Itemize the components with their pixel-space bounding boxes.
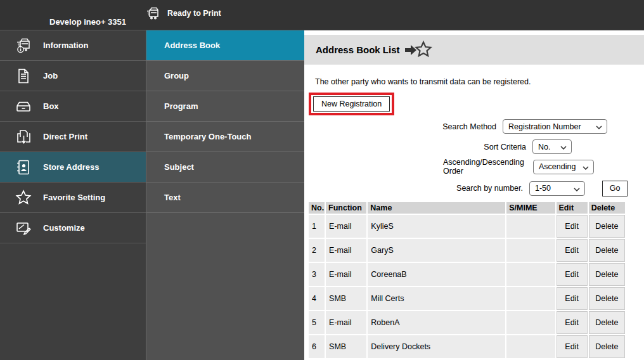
delete-button[interactable]: Delete — [589, 335, 625, 358]
cell-smime — [506, 263, 555, 286]
submenu-item-text[interactable]: Text — [146, 183, 304, 213]
sidebar-item-label: Box — [43, 101, 59, 111]
chevron-down-icon — [583, 166, 589, 170]
col-name: Name — [368, 202, 505, 214]
submenu-item-label: Program — [164, 101, 198, 111]
primary-sidebar: Information Job Box — [0, 30, 146, 360]
order-row: Ascending/Descending Order Ascending — [304, 158, 644, 176]
box-tray-icon — [14, 98, 33, 115]
cell-function: E-mail — [326, 263, 366, 286]
delete-button[interactable]: Delete — [589, 263, 625, 286]
edit-button[interactable]: Edit — [557, 311, 588, 334]
cell-name: KylieS — [368, 215, 505, 238]
col-edit: Edit — [557, 202, 588, 214]
submenu-item-subject[interactable]: Subject — [146, 152, 304, 183]
edit-button[interactable]: Edit — [557, 215, 588, 238]
sort-criteria-row: Sort Criteria No. — [304, 139, 644, 154]
search-by-number-row: Search by number. 1-50 Go — [304, 181, 644, 196]
submenu-item-address-book[interactable]: Address Book — [146, 30, 304, 61]
address-book-table: No. Function Name S/MIME Edit Delete 1 E… — [307, 201, 626, 359]
search-by-number-select[interactable]: 1-50 — [529, 181, 585, 196]
cell-name: CoreenaB — [368, 263, 505, 286]
store-address-submenu: Address Book Group Program Temporary One… — [146, 30, 304, 360]
cell-no: 4 — [309, 287, 325, 310]
sidebar-item-label: Job — [43, 71, 58, 80]
delete-button[interactable]: Delete — [589, 215, 625, 238]
sort-criteria-select[interactable]: No. — [532, 139, 572, 154]
delete-button[interactable]: Delete — [589, 311, 625, 334]
sidebar-item-box[interactable]: Box — [0, 91, 146, 122]
edit-button[interactable]: Edit — [557, 239, 588, 262]
cell-no: 3 — [309, 263, 325, 286]
order-select[interactable]: Ascending — [533, 160, 594, 174]
sidebar-item-customize[interactable]: Customize — [0, 213, 146, 243]
sidebar-item-store-address[interactable]: Store Address — [0, 152, 146, 183]
cell-name: Mill Certs — [368, 287, 505, 310]
page-description: The other party who wants to transmit da… — [315, 77, 644, 86]
cell-smime — [506, 239, 555, 262]
sidebar-item-information[interactable]: Information — [0, 30, 146, 61]
sort-criteria-label: Sort Criteria — [484, 143, 526, 151]
cell-no: 5 — [309, 311, 325, 334]
cell-smime — [506, 311, 555, 334]
edit-button[interactable]: Edit — [557, 287, 588, 310]
search-method-select[interactable]: Registration Number — [503, 119, 607, 134]
search-by-number-label: Search by number. — [456, 184, 523, 193]
cell-smime — [506, 335, 555, 358]
chevron-down-icon — [596, 125, 602, 129]
page-title-band: Address Book List — [304, 35, 644, 65]
col-function: Function — [326, 202, 366, 214]
sidebar-item-label: Favorite Setting — [43, 193, 105, 202]
col-smime: S/MIME — [506, 202, 555, 214]
printer-status: Ready to Print — [145, 5, 221, 22]
main-content: Address Book List The other party who wa… — [304, 30, 644, 360]
printer-web-ui: Develop ineo+ 3351 Ready to Print — [0, 0, 644, 360]
customize-icon — [14, 219, 33, 237]
table-row: 6 SMB Delivery Dockets Edit Delete — [309, 335, 625, 358]
cell-function: SMB — [326, 335, 366, 358]
cell-no: 1 — [309, 215, 325, 238]
sidebar-item-label: Store Address — [43, 162, 99, 172]
search-method-row: Search Method Registration Number — [304, 119, 644, 134]
submenu-item-label: Subject — [164, 162, 194, 172]
sidebar-item-favorite-setting[interactable]: Favorite Setting — [0, 183, 146, 213]
chevron-down-icon — [560, 146, 567, 150]
col-delete: Delete — [589, 202, 625, 214]
sidebar-item-label: Customize — [43, 223, 85, 233]
submenu-item-temporary-one-touch[interactable]: Temporary One-Touch — [146, 122, 304, 152]
edit-button[interactable]: Edit — [557, 263, 588, 286]
sidebar-item-job[interactable]: Job — [0, 61, 146, 91]
new-registration-button[interactable]: New Registration — [313, 96, 390, 112]
cell-name: GaryS — [368, 239, 505, 262]
page-title: Address Book List — [316, 44, 400, 55]
delete-button[interactable]: Delete — [589, 287, 625, 310]
cell-function: E-mail — [326, 311, 366, 334]
printer-icon — [145, 5, 161, 22]
sidebar-item-label: Information — [43, 41, 89, 50]
submenu-item-program[interactable]: Program — [146, 91, 304, 122]
sidebar-item-direct-print[interactable]: Direct Print — [0, 122, 146, 152]
go-button[interactable]: Go — [602, 181, 628, 196]
submenu-item-label: Address Book — [164, 41, 220, 50]
delete-button[interactable]: Delete — [589, 239, 625, 262]
direct-print-icon — [14, 128, 33, 146]
cell-smime — [506, 287, 555, 310]
table-row: 4 SMB Mill Certs Edit Delete — [309, 287, 625, 310]
document-icon — [14, 67, 33, 85]
address-book-icon — [14, 158, 33, 176]
chevron-down-icon — [574, 188, 580, 191]
cell-function: E-mail — [326, 215, 366, 238]
submenu-item-group[interactable]: Group — [146, 61, 304, 91]
cell-no: 2 — [309, 239, 325, 262]
cell-function: SMB — [326, 287, 366, 310]
annotation-highlight-box: New Registration — [309, 93, 394, 115]
submenu-item-label: Text — [164, 193, 181, 202]
order-label: Ascending/Descending Order — [443, 158, 529, 176]
cell-function: E-mail — [326, 239, 366, 262]
cell-smime — [506, 215, 555, 238]
printer-info-icon — [14, 37, 33, 55]
edit-button[interactable]: Edit — [557, 335, 588, 358]
sidebar-item-label: Direct Print — [43, 132, 87, 141]
cell-no: 6 — [309, 335, 325, 358]
cell-name: Delivery Dockets — [368, 335, 505, 358]
